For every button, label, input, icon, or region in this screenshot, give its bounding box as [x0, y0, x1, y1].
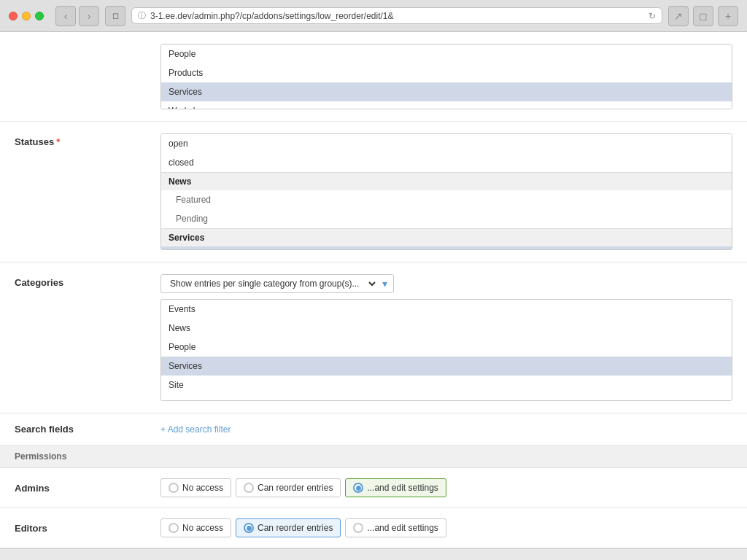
editors-can-reorder-label: Can reorder entries — [258, 523, 333, 533]
categories-listbox[interactable]: Events News People Services Site — [160, 299, 732, 401]
editors-options: No access Can reorder entries ...and edi… — [160, 518, 446, 537]
close-button[interactable] — [9, 12, 18, 20]
editors-no-access-option[interactable]: No access — [160, 518, 231, 537]
admins-options: No access Can reorder entries ...and edi… — [160, 478, 446, 497]
channels-label — [15, 44, 160, 47]
list-item-selected[interactable]: Services — [161, 357, 732, 376]
categories-row: Categories Show entries per single categ… — [0, 262, 747, 413]
add-tab-button[interactable]: + — [718, 6, 738, 26]
admins-permission-row: Admins No access Can reorder entries ...… — [0, 468, 747, 508]
list-item[interactable]: Pending — [161, 209, 732, 228]
list-item[interactable]: Featured — [161, 190, 732, 209]
list-item[interactable]: closed — [161, 153, 732, 172]
admins-label: Admins — [15, 483, 160, 494]
list-item-selected[interactable]: Services — [161, 82, 732, 101]
admins-can-reorder-option[interactable]: Can reorder entries — [236, 478, 341, 497]
minimize-button[interactable] — [22, 12, 31, 20]
required-indicator: * — [56, 136, 60, 147]
editors-can-reorder-option[interactable]: Can reorder entries — [236, 518, 341, 537]
categories-select-row: Show entries per single category from gr… — [160, 274, 732, 293]
categories-select-wrapper[interactable]: Show entries per single category from gr… — [160, 274, 394, 293]
new-tab-button[interactable]: ◻ — [693, 6, 713, 26]
admins-no-access-option[interactable]: No access — [160, 478, 231, 497]
radio-unchecked-icon — [169, 483, 179, 493]
editors-edit-settings-label: ...and edit settings — [367, 523, 438, 533]
chevron-down-icon: ▾ — [382, 278, 387, 289]
radio-unchecked-icon — [244, 483, 254, 493]
categories-content: Show entries per single category from gr… — [160, 274, 732, 401]
back-button[interactable]: ‹ — [55, 6, 76, 26]
nav-buttons: ‹ › — [55, 6, 99, 26]
editors-no-access-label: No access — [182, 523, 223, 533]
editors-permission-row: Editors No access Can reorder entries ..… — [0, 508, 747, 548]
statuses-row: Statuses* open closed News Featured Pend… — [0, 122, 747, 262]
statuses-content: open closed News Featured Pending Servic… — [160, 133, 732, 250]
radio-checked-icon — [244, 523, 254, 533]
list-item[interactable]: open — [161, 134, 732, 153]
window-mode-button[interactable]: ◻ — [105, 6, 125, 26]
search-fields-row: Search fields + Add search filter — [0, 413, 747, 446]
radio-unchecked-icon — [353, 523, 363, 533]
channels-row: People Products Services Workshops — [0, 32, 747, 122]
radio-checked-icon — [353, 483, 363, 493]
admins-edit-settings-label: ...and edit settings — [367, 483, 438, 493]
categories-label: Categories — [15, 274, 160, 288]
forward-button[interactable]: › — [79, 6, 99, 26]
list-item[interactable]: People — [161, 338, 732, 357]
traffic-lights — [9, 12, 44, 20]
admins-can-reorder-label: Can reorder entries — [258, 483, 333, 493]
admins-edit-settings-option[interactable]: ...and edit settings — [345, 478, 446, 497]
footer: SAVE SET SAVE AND REORDER — [0, 548, 747, 560]
statuses-section: Statuses* open closed News Featured Pend… — [0, 122, 747, 262]
search-fields-label: Search fields — [15, 424, 160, 435]
list-item-selected[interactable]: Primary — [161, 246, 732, 250]
editors-edit-settings-option[interactable]: ...and edit settings — [345, 518, 446, 537]
list-item[interactable]: Workshops — [161, 101, 732, 109]
radio-unchecked-icon — [169, 523, 179, 533]
list-group-header: News — [161, 172, 732, 190]
channels-content: People Products Services Workshops — [160, 44, 732, 109]
categories-select[interactable]: Show entries per single category from gr… — [167, 278, 378, 289]
list-item[interactable]: Events — [161, 300, 732, 319]
editors-label: Editors — [15, 523, 160, 534]
admins-no-access-label: No access — [182, 483, 223, 493]
url-text: 3-1.ee.dev/admin.php?/cp/addons/settings… — [150, 11, 644, 21]
statuses-listbox[interactable]: open closed News Featured Pending Servic… — [160, 133, 732, 250]
browser-actions: ↗ ◻ + — [668, 6, 738, 26]
channels-section: People Products Services Workshops — [0, 32, 747, 122]
list-group-header: Services — [161, 228, 732, 246]
list-item[interactable]: Products — [161, 63, 732, 82]
share-button[interactable]: ↗ — [668, 6, 689, 26]
statuses-label: Statuses* — [15, 133, 160, 147]
page-content: People Products Services Workshops Statu… — [0, 32, 747, 560]
list-item[interactable]: People — [161, 44, 732, 63]
address-bar[interactable]: ⓘ 3-1.ee.dev/admin.php?/cp/addons/settin… — [131, 7, 662, 24]
browser-chrome: ‹ › ◻ ⓘ 3-1.ee.dev/admin.php?/cp/addons/… — [0, 0, 747, 32]
list-item[interactable]: Site — [161, 376, 732, 394]
list-item[interactable]: News — [161, 319, 732, 338]
categories-section: Categories Show entries per single categ… — [0, 262, 747, 413]
permissions-header: Permissions — [0, 446, 747, 468]
channels-listbox[interactable]: People Products Services Workshops — [160, 44, 732, 109]
reload-button[interactable]: ↻ — [649, 11, 656, 21]
add-search-filter-link[interactable]: + Add search filter — [160, 424, 231, 435]
maximize-button[interactable] — [35, 12, 44, 20]
info-icon: ⓘ — [138, 10, 146, 21]
